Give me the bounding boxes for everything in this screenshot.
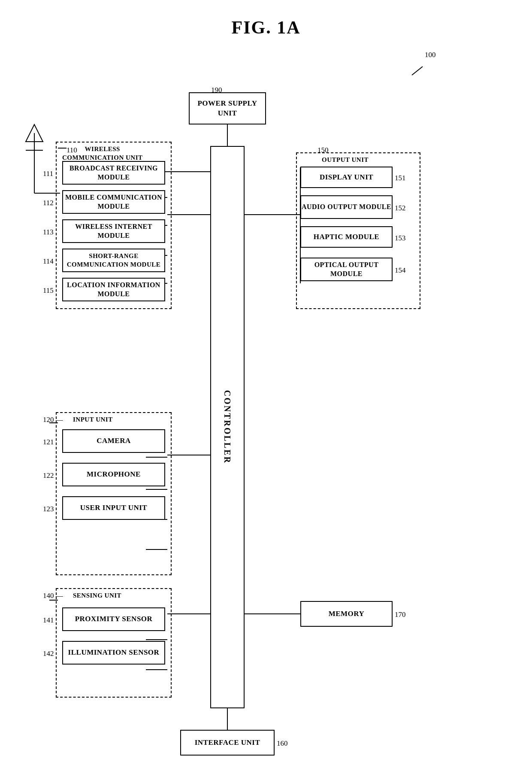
ref-123: 123 <box>43 505 54 513</box>
ref-100: 100 <box>425 51 436 59</box>
ref-170: 170 <box>395 610 406 619</box>
mobile-comm-box: MOBILE COMMUNICATION MODULE <box>62 190 165 214</box>
power-supply-box: POWER SUPPLY UNIT <box>189 92 266 124</box>
ref-114: 114 <box>43 257 54 266</box>
audio-output-box: AUDIO OUTPUT MODULE <box>300 195 393 219</box>
interface-box: INTERFACE UNIT <box>180 730 275 756</box>
optical-output-box: OPTICAL OUTPUT MODULE <box>300 258 393 281</box>
svg-line-0 <box>412 67 423 75</box>
haptic-box: HAPTIC MODULE <box>300 226 393 248</box>
svg-marker-34 <box>26 124 43 142</box>
location-box: LOCATION INFORMATION MODULE <box>62 278 165 301</box>
broadcast-box: BROADCAST RECEIVING MODULE <box>62 161 165 185</box>
ref-111: 111 <box>43 170 53 178</box>
user-input-box: USER INPUT UNIT <box>62 496 165 520</box>
controller-box: CONTROLLER <box>210 146 245 708</box>
figure-title: FIG. 1A <box>0 0 532 38</box>
ref-142: 142 <box>43 650 54 658</box>
ref-141: 141 <box>43 616 54 625</box>
ref-122: 122 <box>43 471 54 480</box>
ref-115: 115 <box>43 286 54 295</box>
display-box: DISPLAY UNIT <box>300 167 393 188</box>
wireless-internet-box: WIRELESS INTERNET MODULE <box>62 219 165 243</box>
ref-113: 113 <box>43 228 54 237</box>
ref-112: 112 <box>43 199 54 207</box>
illumination-box: ILLUMINATION SENSOR <box>62 641 165 665</box>
short-range-box: SHORT-RANGE COMMUNICATION MODULE <box>62 249 165 272</box>
ref-160: 160 <box>277 739 288 748</box>
ref-121: 121 <box>43 438 54 446</box>
proximity-box: PROXIMITY SENSOR <box>62 607 165 631</box>
diagram-container: FIG. 1A 100 <box>0 0 532 777</box>
memory-box: MEMORY <box>300 601 393 627</box>
microphone-box: MICROPHONE <box>62 463 165 486</box>
camera-box: CAMERA <box>62 429 165 453</box>
